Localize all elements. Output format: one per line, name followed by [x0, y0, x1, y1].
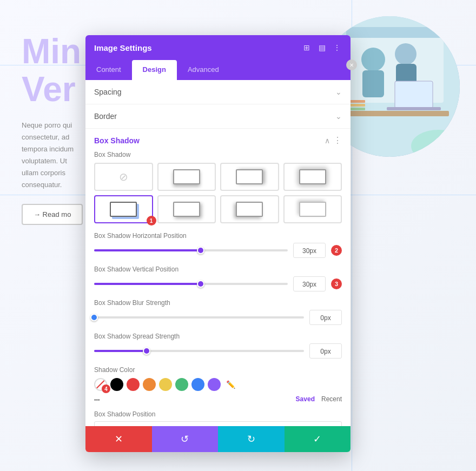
- box-shadow-header: Box Shadow ∧ ⋮: [94, 135, 342, 145]
- shadow-option-tl[interactable]: [283, 195, 342, 223]
- shadow-option-bl[interactable]: [220, 195, 279, 223]
- redo-button[interactable]: ↻: [218, 426, 285, 452]
- box-shadow-section: Box Shadow ∧ ⋮ Box Shadow ⊘: [85, 129, 351, 426]
- spread-row: Box Shadow Spread Strength 0px: [94, 333, 342, 359]
- v-position-label: Box Shadow Vertical Position: [94, 266, 342, 273]
- color-more-button[interactable]: •••: [94, 397, 100, 403]
- spread-value: 0px: [309, 343, 342, 359]
- blur-row: Box Shadow Blur Strength 0px: [94, 299, 342, 325]
- modal-close-outside[interactable]: ✕: [346, 59, 357, 70]
- color-recent-btn[interactable]: Recent: [321, 395, 342, 403]
- read-more-button[interactable]: → Read mo: [22, 204, 83, 225]
- v-position-value: 30px: [293, 276, 326, 291]
- modal-footer: ✕ ↺ ↻ ✓: [85, 426, 351, 452]
- shadow-tl-preview: [299, 202, 326, 217]
- shadow-option-b2[interactable]: [157, 195, 216, 223]
- v-position-track[interactable]: [94, 283, 288, 285]
- more-dots: •••: [94, 397, 100, 403]
- position-select[interactable]: Outer Shadow Inner Shadow: [94, 421, 342, 426]
- spacing-section[interactable]: Spacing ⌄: [85, 80, 351, 104]
- shadow-option-right[interactable]: [220, 163, 279, 191]
- shadow-spread-preview: [299, 169, 326, 184]
- color-swatch-green[interactable]: [175, 378, 188, 391]
- color-section: Shadow Color 4 ✏️: [94, 366, 342, 403]
- color-saved-row: Saved Recent: [296, 395, 342, 403]
- shadow-option-bottom[interactable]: [157, 163, 216, 191]
- box-shadow-more-icon[interactable]: ⋮: [333, 135, 342, 145]
- spread-thumb[interactable]: [143, 347, 150, 355]
- v-position-control: 30px 3: [94, 276, 342, 291]
- border-chevron-icon: ⌄: [335, 112, 342, 121]
- expand-icon[interactable]: ⊞: [302, 43, 312, 52]
- save-button[interactable]: ✓: [285, 426, 351, 452]
- h-position-control: 30px 2: [94, 243, 342, 258]
- svg-rect-9: [349, 100, 365, 103]
- h-position-value: 30px: [293, 243, 326, 258]
- tab-advanced[interactable]: Advanced: [177, 60, 230, 80]
- color-swatch-red[interactable]: [127, 378, 140, 391]
- svg-rect-8: [387, 107, 441, 110]
- spread-label: Box Shadow Spread Strength: [94, 333, 342, 340]
- color-swatches: 4 ✏️: [94, 378, 342, 391]
- color-swatch-purple[interactable]: [208, 378, 221, 391]
- svg-rect-12: [341, 111, 449, 116]
- shadow-bottom-preview: [173, 169, 200, 184]
- svg-point-5: [395, 43, 416, 65]
- redo-icon: ↻: [247, 433, 255, 445]
- modal-tabs: Content Design Advanced: [85, 60, 351, 80]
- box-shadow-title: Box Shadow: [94, 136, 140, 145]
- color-swatch-orange[interactable]: [143, 378, 156, 391]
- position-section: Box Shadow Position Outer Shadow Inner S…: [94, 410, 342, 426]
- h-position-track[interactable]: [94, 249, 288, 251]
- svg-rect-2: [346, 27, 444, 38]
- color-swatch-transparent-wrap: 4: [94, 378, 107, 391]
- cancel-icon: ✕: [115, 433, 123, 445]
- spread-fill: [94, 350, 147, 352]
- shadow-option-br[interactable]: 1: [94, 195, 153, 223]
- v-position-row: Box Shadow Vertical Position 30px 3: [94, 266, 342, 291]
- modal-header: Image Settings ⊞ ▤ ⋮: [85, 35, 351, 60]
- v-position-fill: [94, 283, 201, 285]
- cancel-button[interactable]: ✕: [85, 426, 152, 452]
- blur-thumb[interactable]: [90, 314, 98, 321]
- svg-rect-11: [349, 108, 365, 110]
- columns-icon[interactable]: ▤: [317, 43, 327, 52]
- color-swatch-yellow[interactable]: [159, 378, 172, 391]
- tab-content[interactable]: Content: [85, 60, 132, 80]
- blur-value: 0px: [309, 310, 342, 325]
- color-label: Shadow Color: [94, 366, 342, 374]
- shadow-bl-preview: [236, 202, 263, 217]
- badge-4: 4: [102, 384, 110, 393]
- box-shadow-collapse-icon[interactable]: ∧: [325, 136, 330, 145]
- box-shadow-controls: ∧ ⋮: [325, 135, 342, 145]
- more-icon[interactable]: ⋮: [332, 43, 342, 52]
- h-position-fill: [94, 249, 201, 251]
- reset-button[interactable]: ↺: [152, 426, 219, 452]
- svg-rect-7: [395, 81, 433, 108]
- blur-track[interactable]: [94, 316, 304, 319]
- reset-icon: ↺: [181, 433, 189, 445]
- color-swatch-black[interactable]: [110, 378, 123, 391]
- position-label: Box Shadow Position: [94, 410, 342, 418]
- tab-design[interactable]: Design: [132, 60, 177, 80]
- spread-control: 0px: [94, 343, 342, 359]
- border-section[interactable]: Border ⌄: [85, 104, 351, 129]
- svg-point-3: [361, 48, 385, 71]
- save-icon: ✓: [313, 433, 321, 445]
- h-position-label: Box Shadow Horizontal Position: [94, 232, 342, 240]
- v-position-thumb[interactable]: [197, 280, 204, 288]
- h-position-thumb[interactable]: [197, 247, 204, 254]
- shadow-right-preview: [236, 169, 263, 184]
- blur-label: Box Shadow Blur Strength: [94, 299, 342, 307]
- shadow-style-label: Box Shadow: [94, 151, 342, 158]
- close-icon: ✕: [349, 62, 354, 68]
- svg-rect-10: [349, 104, 365, 107]
- shadow-option-spread[interactable]: [283, 163, 342, 191]
- shadow-option-none[interactable]: ⊘: [94, 163, 153, 191]
- spacing-chevron-icon: ⌄: [335, 88, 342, 96]
- color-swatch-blue[interactable]: [191, 378, 204, 391]
- color-pencil-icon[interactable]: ✏️: [224, 378, 237, 391]
- color-saved-btn[interactable]: Saved: [296, 395, 315, 403]
- spread-track[interactable]: [94, 350, 304, 352]
- svg-rect-4: [362, 70, 384, 97]
